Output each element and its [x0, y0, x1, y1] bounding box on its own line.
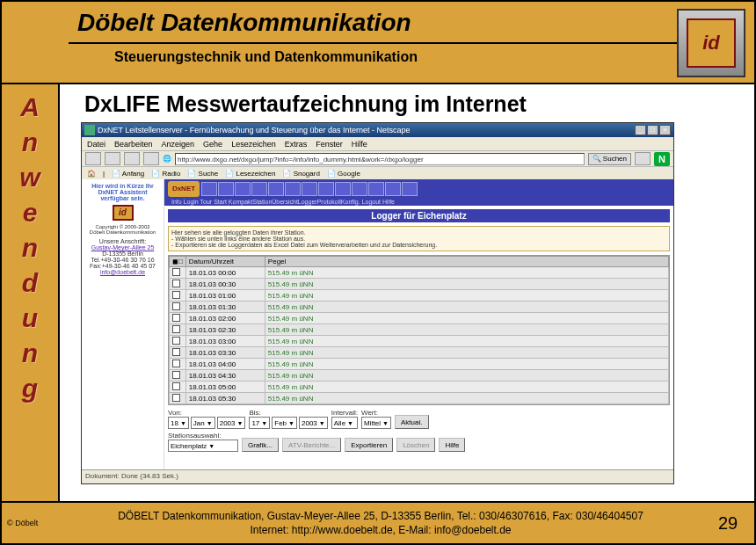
linkbar-item[interactable]: 📄 Google	[327, 170, 360, 178]
bis-day-select[interactable]: 17▼	[249, 417, 270, 429]
menu-item[interactable]: Datei	[87, 140, 105, 149]
url-field[interactable]: http://www.dxgo.net/dxgo/jump?info=/info…	[175, 153, 585, 165]
row-checkbox[interactable]	[172, 371, 180, 379]
dxnet-toolbar: DxNET Info Login Tour Start KompaktStati…	[164, 179, 673, 206]
dxnet-icon[interactable]	[368, 182, 384, 196]
back-icon[interactable]	[85, 152, 101, 165]
row-checkbox[interactable]	[172, 348, 180, 356]
forward-icon[interactable]	[105, 152, 120, 165]
row-checkbox[interactable]	[172, 337, 180, 345]
table-row: 18.01.03 01:30515.49 m üNN	[170, 302, 669, 313]
bis-year-select[interactable]: 2003▼	[299, 417, 328, 429]
dxnet-icon[interactable]	[251, 182, 267, 196]
menu-item[interactable]: Gehe	[203, 140, 222, 149]
close-icon[interactable]: ×	[659, 125, 671, 135]
hilfe-button[interactable]: Hilfe	[439, 438, 465, 452]
cell-pegel: 515.49 m üNN	[265, 267, 668, 279]
addr-tel: Tel.+49-30-46 30 76 16	[85, 257, 160, 263]
stop-icon[interactable]	[143, 152, 159, 165]
cell-datetime: 18.01.03 03:30	[185, 347, 265, 359]
addr-label: Unsere Anschrift:	[85, 238, 160, 244]
assistant-notice: Hier wird in Kürze Ihr DxNET Assistent v…	[85, 183, 160, 201]
row-checkbox[interactable]	[172, 314, 180, 322]
info-box: Hier sehen sie alle geloggten Daten ihre…	[168, 226, 670, 251]
dxnet-icon[interactable]	[285, 182, 301, 196]
cell-datetime: 18.01.03 00:30	[185, 279, 265, 290]
linkbar-item[interactable]: 📄 Snogard	[282, 170, 319, 178]
cell-pegel: 515.49 m üNN	[265, 336, 668, 347]
table-row: 18.01.03 02:00515.49 m üNN	[170, 313, 669, 324]
row-checkbox[interactable]	[172, 382, 180, 390]
dxnet-icon[interactable]	[402, 182, 418, 196]
wert-select[interactable]: Mittel▼	[361, 417, 391, 429]
dxnet-icon[interactable]	[385, 182, 401, 196]
row-checkbox[interactable]	[172, 325, 180, 333]
cell-pegel: 515.49 m üNN	[265, 382, 668, 393]
linkbar-item[interactable]: 📄 Anfang	[112, 170, 144, 178]
linkbar-item[interactable]: 📄 Suche	[187, 170, 218, 178]
addr-link[interactable]: Gustav-Meyer-Allee 25	[85, 244, 160, 251]
cell-datetime: 18.01.03 02:00	[185, 313, 265, 324]
data-table: ◼□Datum/UhrzeitPegel 18.01.03 00:00515.4…	[168, 255, 670, 405]
search-button[interactable]: 🔍 Suchen	[588, 153, 631, 165]
browser-titlebar: DxNET Leitstellenserver - Fernüberwachun…	[82, 123, 673, 137]
cell-pegel: 515.49 m üNN	[265, 347, 668, 359]
row-checkbox[interactable]	[172, 280, 180, 287]
aktual-button[interactable]: Aktual.	[395, 415, 428, 429]
von-day-select[interactable]: 18▼	[168, 417, 189, 429]
page-number: 29	[701, 513, 754, 534]
search-icon: 🔍	[592, 155, 601, 163]
menu-item[interactable]: Lesezeichen	[231, 140, 276, 149]
row-checkbox[interactable]	[172, 302, 180, 310]
menu-item[interactable]: Extras	[285, 140, 308, 149]
maximize-icon[interactable]: □	[647, 125, 658, 135]
von-month-select[interactable]: Jan▼	[191, 417, 215, 429]
home-icon[interactable]: 🏠	[87, 170, 96, 178]
grafik-button[interactable]: Grafik...	[242, 438, 279, 452]
menu-item[interactable]: Bearbeiten	[114, 140, 153, 149]
row-checkbox[interactable]	[172, 291, 180, 299]
von-year-select[interactable]: 2003▼	[217, 417, 246, 429]
row-checkbox[interactable]	[172, 394, 180, 402]
dxnet-icon[interactable]	[318, 182, 334, 196]
station-select[interactable]: Eichenplatz▼	[168, 440, 238, 452]
dxnet-icon[interactable]	[235, 182, 251, 196]
dxnet-icon[interactable]	[268, 182, 284, 196]
addr-email[interactable]: info@doebelt.de	[85, 269, 160, 275]
logo-text: id	[687, 18, 736, 68]
menu-item[interactable]: Fenster	[316, 140, 343, 149]
browser-title: DxNET Leitstellenserver - Fernüberwachun…	[98, 126, 635, 134]
linkbar-item[interactable]: 📄 Lesezeichen	[225, 170, 275, 178]
atv-button[interactable]: ATV-Berichte...	[282, 438, 341, 452]
table-header: Datum/Uhrzeit	[185, 257, 265, 267]
dxnet-icon[interactable]	[352, 182, 367, 196]
menu-item[interactable]: Hilfe	[352, 140, 367, 149]
addr-city: D-13355 Berlin	[85, 251, 160, 257]
table-row: 18.01.03 03:30515.49 m üNN	[170, 347, 669, 359]
bis-month-select[interactable]: Feb▼	[272, 417, 297, 429]
von-label: Von:	[168, 409, 245, 417]
linkbar-item[interactable]: 📄 Radio	[151, 170, 180, 178]
menu-item[interactable]: Anzeigen	[162, 140, 195, 149]
table-row: 18.01.03 04:30515.49 m üNN	[170, 370, 669, 382]
browser-window: DxNET Leitstellenserver - Fernüberwachun…	[81, 122, 674, 484]
dxnet-icon[interactable]	[335, 182, 351, 196]
dxnet-icon[interactable]	[302, 182, 317, 196]
intervall-label: Intervall:	[331, 409, 358, 417]
reload-icon[interactable]	[124, 152, 140, 165]
loeschen-button[interactable]: Löschen	[396, 438, 435, 452]
cell-datetime: 18.01.03 05:00	[185, 382, 265, 393]
row-checkbox[interactable]	[172, 268, 180, 276]
row-checkbox[interactable]	[172, 360, 180, 367]
minimize-icon[interactable]: _	[635, 125, 646, 135]
company-title: Döbelt Datenkommunikation	[77, 9, 754, 37]
print-icon[interactable]	[635, 152, 651, 165]
export-button[interactable]: Exportieren	[345, 438, 393, 452]
cell-pegel: 515.49 m üNN	[265, 359, 668, 370]
dxnet-icon[interactable]	[201, 182, 217, 196]
cell-pegel: 515.49 m üNN	[265, 324, 668, 336]
intervall-select[interactable]: Alle▼	[331, 417, 358, 429]
mini-logo-icon: id	[113, 205, 134, 221]
sidebar-copyright: Copyright © 2000-2002 Döbelt Datenkommun…	[85, 224, 160, 235]
dxnet-icon[interactable]	[218, 182, 234, 196]
